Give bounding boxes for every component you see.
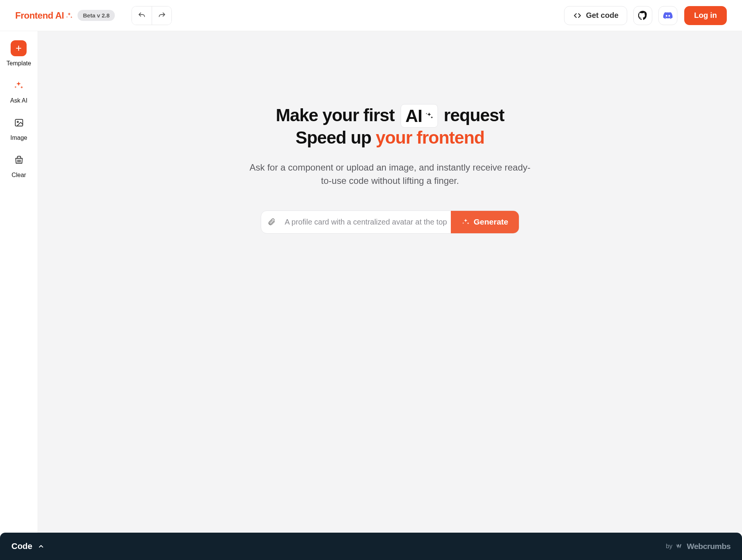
footer-brand[interactable]: by Webcrumbs <box>666 542 731 551</box>
sparkle-icon <box>461 218 470 226</box>
by-label: by <box>666 543 672 550</box>
login-button[interactable]: Log in <box>684 6 727 25</box>
discord-icon <box>663 10 673 21</box>
hero-line2-accent: your frontend <box>376 128 484 147</box>
sidebar-item-label: Ask AI <box>10 97 27 104</box>
code-panel-toggle[interactable]: Code <box>11 541 44 551</box>
ai-chip: AI <box>401 104 438 128</box>
logo-text: Frontend AI <box>15 10 64 21</box>
hero-line2a: Speed up <box>296 128 376 147</box>
sidebar-item-label: Template <box>6 60 31 67</box>
brand-label: Webcrumbs <box>687 542 731 551</box>
history-group <box>132 6 172 25</box>
version-badge: Beta v 2.8 <box>78 10 115 21</box>
paperclip-icon <box>267 218 276 226</box>
hero-line1a: Make your first <box>276 105 399 125</box>
redo-icon <box>158 11 166 20</box>
logo[interactable]: Frontend AI <box>15 10 73 21</box>
code-panel-label: Code <box>11 541 32 551</box>
sparkle-icon <box>65 12 73 19</box>
svg-point-3 <box>17 121 18 122</box>
redo-button[interactable] <box>152 6 171 25</box>
attach-button[interactable] <box>261 211 282 233</box>
github-button[interactable] <box>633 6 652 25</box>
undo-button[interactable] <box>132 6 152 25</box>
sidebar-item-clear[interactable]: Clear <box>11 150 27 184</box>
sidebar-item-label: Image <box>10 134 27 141</box>
plus-icon <box>11 40 27 56</box>
sidebar-item-template[interactable]: Template <box>6 38 31 72</box>
hero-title: Make your first AI request Speed up your… <box>276 103 504 148</box>
sparkle-icon <box>425 111 434 120</box>
sidebar-item-label: Clear <box>11 172 26 179</box>
generate-label: Generate <box>474 217 508 226</box>
hero-line1b: request <box>444 105 504 125</box>
footer: Code by Webcrumbs <box>0 533 742 560</box>
webcrumbs-logo-icon <box>675 542 684 551</box>
undo-icon <box>138 11 146 20</box>
get-code-label: Get code <box>586 11 618 20</box>
header: Frontend AI Beta v 2.8 Get code <box>0 0 742 31</box>
prompt-input[interactable] <box>282 211 451 233</box>
main-canvas: Make your first AI request Speed up your… <box>38 31 742 533</box>
image-icon <box>11 115 27 131</box>
sidebar-item-askai[interactable]: Ask AI <box>10 75 27 109</box>
ai-chip-text: AI <box>406 105 422 127</box>
hero-subtitle: Ask for a component or upload an image, … <box>246 161 534 188</box>
clear-icon <box>11 152 27 168</box>
prompt-bar: Generate <box>261 210 519 234</box>
get-code-button[interactable]: Get code <box>564 6 627 25</box>
svg-rect-2 <box>15 119 23 126</box>
sidebar: Template Ask AI Image <box>0 31 38 533</box>
login-label: Log in <box>694 11 717 20</box>
sidebar-item-image[interactable]: Image <box>10 112 27 147</box>
github-icon <box>638 11 648 21</box>
discord-button[interactable] <box>658 6 677 25</box>
chevron-up-icon <box>38 543 44 550</box>
code-icon <box>573 11 582 20</box>
sparkle-icon <box>11 78 27 93</box>
generate-button[interactable]: Generate <box>451 211 519 233</box>
